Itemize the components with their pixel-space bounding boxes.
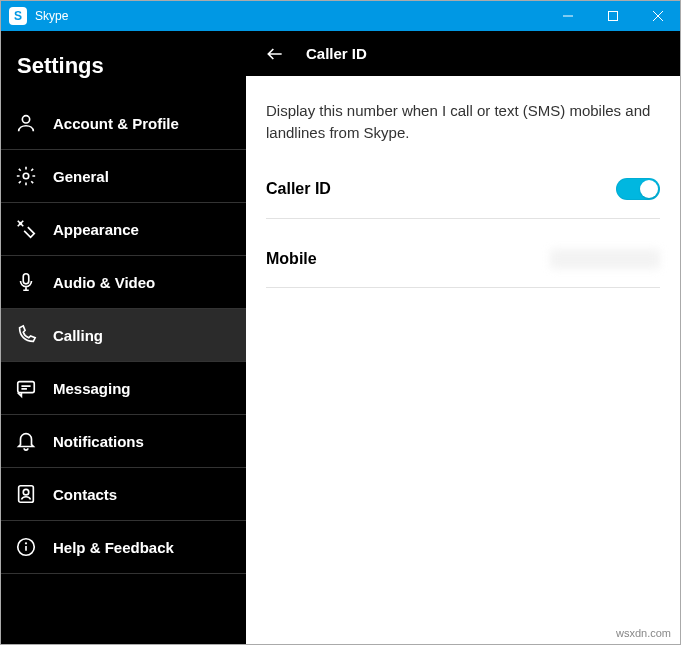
app-title: Skype: [35, 9, 545, 23]
appearance-icon: [15, 218, 37, 240]
back-button[interactable]: [264, 43, 286, 65]
close-button[interactable]: [635, 1, 680, 31]
sidebar-item-label: Account & Profile: [53, 115, 179, 132]
svg-rect-9: [19, 486, 34, 503]
sidebar-title: Settings: [1, 31, 246, 97]
app-icon: S: [9, 7, 27, 25]
account-icon: [15, 112, 37, 134]
svg-point-10: [23, 489, 29, 495]
contacts-icon: [15, 483, 37, 505]
svg-rect-1: [608, 12, 617, 21]
svg-point-5: [23, 173, 29, 179]
caller-id-label: Caller ID: [266, 180, 331, 198]
minimize-icon: [563, 11, 573, 21]
mobile-row[interactable]: Mobile: [266, 243, 660, 288]
mobile-label: Mobile: [266, 250, 317, 268]
sidebar-item-label: Help & Feedback: [53, 539, 174, 556]
page-title: Caller ID: [306, 45, 367, 62]
minimize-button[interactable]: [545, 1, 590, 31]
microphone-icon: [15, 271, 37, 293]
info-icon: [15, 536, 37, 558]
sidebar-item-appearance[interactable]: Appearance: [1, 203, 246, 256]
arrow-left-icon: [265, 44, 285, 64]
sidebar-item-notifications[interactable]: Notifications: [1, 415, 246, 468]
sidebar-item-label: Contacts: [53, 486, 117, 503]
sidebar-item-help-feedback[interactable]: Help & Feedback: [1, 521, 246, 574]
svg-point-6: [20, 223, 22, 225]
app-body: Settings Account & Profile General Appea…: [1, 31, 680, 644]
maximize-icon: [608, 11, 618, 21]
gear-icon: [15, 165, 37, 187]
sidebar: Settings Account & Profile General Appea…: [1, 31, 246, 644]
sidebar-item-contacts[interactable]: Contacts: [1, 468, 246, 521]
bell-icon: [15, 430, 37, 452]
svg-rect-8: [18, 382, 35, 393]
sidebar-item-label: Audio & Video: [53, 274, 155, 291]
caller-id-toggle[interactable]: [616, 178, 660, 200]
watermark: wsxdn.com: [616, 627, 671, 639]
mobile-number-value: [550, 249, 660, 269]
sidebar-item-general[interactable]: General: [1, 150, 246, 203]
svg-rect-7: [23, 274, 29, 284]
sidebar-item-label: Notifications: [53, 433, 144, 450]
sidebar-item-label: General: [53, 168, 109, 185]
sidebar-item-messaging[interactable]: Messaging: [1, 362, 246, 415]
message-icon: [15, 377, 37, 399]
maximize-button[interactable]: [590, 1, 635, 31]
sidebar-item-label: Messaging: [53, 380, 131, 397]
sidebar-item-account-profile[interactable]: Account & Profile: [1, 97, 246, 150]
app-window: S Skype Settings Account & Profile: [0, 0, 681, 645]
content-header: Caller ID: [246, 31, 680, 76]
titlebar: S Skype: [1, 1, 680, 31]
sidebar-item-calling[interactable]: Calling: [1, 309, 246, 362]
content-body: Display this number when I call or text …: [246, 76, 680, 336]
caller-id-row: Caller ID: [266, 172, 660, 219]
description-text: Display this number when I call or text …: [266, 100, 660, 144]
svg-point-4: [22, 116, 29, 123]
close-icon: [653, 11, 663, 21]
sidebar-item-label: Appearance: [53, 221, 139, 238]
sidebar-item-label: Calling: [53, 327, 103, 344]
content-panel: Caller ID Display this number when I cal…: [246, 31, 680, 644]
phone-icon: [15, 324, 37, 346]
window-controls: [545, 1, 680, 31]
sidebar-item-audio-video[interactable]: Audio & Video: [1, 256, 246, 309]
